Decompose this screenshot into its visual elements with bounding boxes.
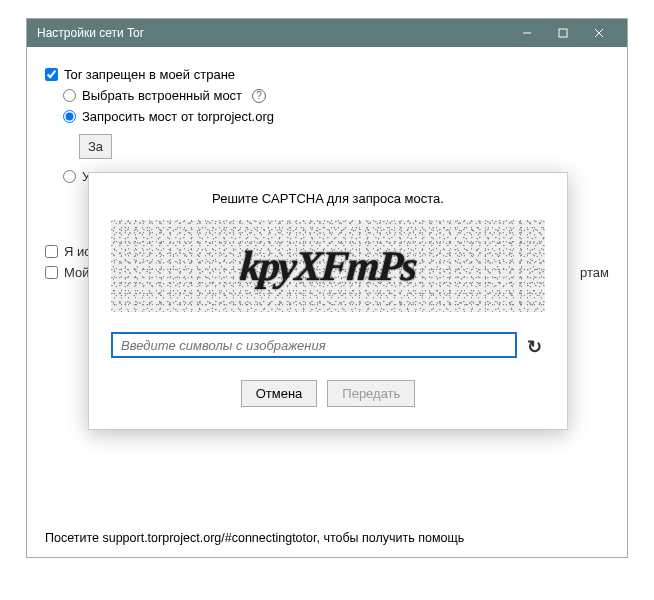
window-title: Настройки сети Tor	[37, 26, 509, 40]
proxy-label: Я ис	[64, 244, 91, 259]
refresh-icon[interactable]: ↻	[527, 336, 545, 354]
request-bridge-radio[interactable]	[63, 110, 76, 123]
builtin-bridge-label: Выбрать встроенный мост	[82, 88, 242, 103]
firewall-label-end: ртам	[580, 265, 609, 280]
submit-button[interactable]: Передать	[327, 380, 415, 407]
censored-checkbox[interactable]	[45, 68, 58, 81]
dialog-title: Решите CAPTCHA для запроса моста.	[111, 191, 545, 206]
captcha-text: kpyXFmPs	[111, 220, 545, 312]
proxy-checkbox[interactable]	[45, 245, 58, 258]
censored-label: Tor запрещен в моей стране	[64, 67, 235, 82]
firewall-label-start: Мой	[64, 265, 89, 280]
cancel-button[interactable]: Отмена	[241, 380, 318, 407]
titlebar: Настройки сети Tor	[27, 19, 627, 47]
specify-bridge-radio[interactable]	[63, 170, 76, 183]
captcha-image: kpyXFmPs	[111, 220, 545, 312]
svg-rect-1	[559, 29, 567, 37]
builtin-bridge-radio[interactable]	[63, 89, 76, 102]
captcha-input[interactable]	[111, 332, 517, 358]
close-button[interactable]	[581, 19, 617, 47]
request-bridge-button[interactable]: За	[79, 134, 112, 159]
captcha-dialog: Решите CAPTCHA для запроса моста. kpyXFm…	[88, 172, 568, 430]
maximize-button[interactable]	[545, 19, 581, 47]
help-icon[interactable]: ?	[252, 89, 266, 103]
request-bridge-label: Запросить мост от torproject.org	[82, 109, 274, 124]
firewall-checkbox[interactable]	[45, 266, 58, 279]
minimize-button[interactable]	[509, 19, 545, 47]
footer-text: Посетите support.torproject.org/#connect…	[45, 531, 609, 545]
